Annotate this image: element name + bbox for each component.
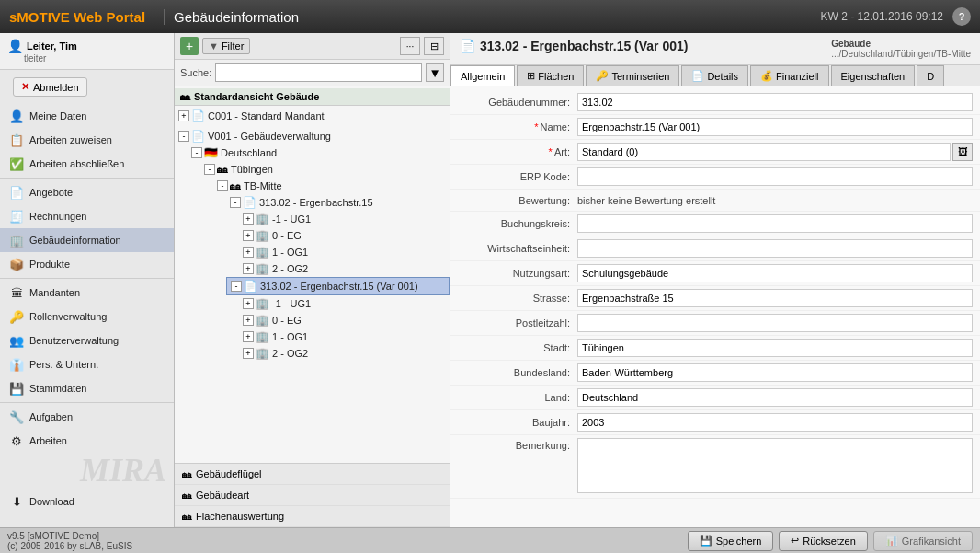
tree-add-button[interactable]: + [180, 37, 199, 55]
tab-allgemein[interactable]: Allgemein [450, 65, 515, 86]
form-row-nutzungsart: Nutzungsart: [450, 261, 980, 286]
detail-breadcrumb-area: Gebäude .../Deutschland/Tübingen/TB-Mitt… [831, 39, 971, 59]
bundesland-input[interactable] [577, 363, 973, 382]
nav-label-produkte: Produkte [29, 259, 70, 270]
tree-expander-ug1-2[interactable]: + [243, 298, 254, 309]
nav-item-arbeiten[interactable]: ⚙ Arbeiten [0, 429, 174, 453]
tree-row-og2-1[interactable]: + 🏢 2 - OG2 [239, 260, 450, 277]
search-dropdown-button[interactable]: ▼ [426, 63, 444, 82]
nav-item-produkte[interactable]: 📦 Produkte [0, 252, 174, 276]
tree-row-og1-1[interactable]: + 🏢 1 - OG1 [239, 244, 450, 260]
nav-item-pers-untern[interactable]: 👔 Pers. & Untern. [0, 352, 174, 376]
brand-text: MOTIVE Web Portal [17, 9, 145, 25]
bemerkung-textarea[interactable] [577, 438, 973, 493]
tree-row-31302-var001[interactable]: - 📄 313.02 - Ergenbachstr.15 (Var 001) [226, 277, 450, 295]
tree-expander-31302-var001[interactable]: - [231, 281, 242, 292]
detail-breadcrumb-path: .../Deutschland/Tübingen/TB-Mitte [831, 49, 971, 59]
tree-children-tuebingen: - 🏘 TB-Mitte - 📄 313.02 - Ergenbachstr.1… [200, 178, 450, 362]
erp-kode-input[interactable] [577, 167, 973, 186]
tree-expander-eg-1[interactable]: + [243, 230, 254, 241]
art-value: 🖼 [577, 143, 973, 161]
tree-bottom-item-flachenauswertung[interactable]: 🏘 Flächenauswertung [175, 506, 450, 527]
nav-divider-3 [0, 402, 174, 403]
tree-row-og2-2[interactable]: + 🏢 2 - OG2 [239, 345, 450, 362]
art-input[interactable] [577, 143, 951, 161]
tree-icon-eg-2: 🏢 [256, 314, 269, 327]
nav-item-gebaeudeinfo[interactable]: 🏢 Gebäudeinformation [0, 228, 174, 252]
tree-row-tuebingen[interactable]: - 🏘 Tübingen [200, 161, 450, 178]
tree-row-c001[interactable]: + 📄 C001 - Standard Mandant [175, 108, 450, 124]
tree-expander-eg-2[interactable]: + [243, 315, 254, 326]
tab-eigenschaften[interactable]: Eigenschaften [831, 65, 916, 86]
tree-expander-tuebingen[interactable]: - [204, 164, 215, 175]
nav-label-gebaeudeinfo: Gebäudeinformation [29, 235, 121, 246]
tree-expander-og2-2[interactable]: + [243, 348, 254, 359]
tree-row-ug1-1[interactable]: + 🏢 -1 - UG1 [239, 211, 450, 227]
tree-row-v001[interactable]: - 📄 V001 - Gebäudeverwaltung [175, 128, 450, 144]
tab-details[interactable]: 📄 Details [681, 65, 748, 86]
nav-item-mandanten[interactable]: 🏛 Mandanten [0, 281, 174, 305]
buchungskreis-input[interactable] [577, 214, 973, 233]
tree-row-deutschland[interactable]: - 🇩🇪 Deutschland [188, 144, 450, 161]
baujahr-input[interactable] [577, 413, 973, 432]
postleitzahl-input[interactable] [577, 314, 973, 332]
graph-button[interactable]: 📊 Grafikansicht [873, 531, 973, 551]
nav-item-meine-daten[interactable]: 👤 Meine Daten [0, 104, 174, 128]
flachenauswertung-label: Flächenauswertung [196, 511, 284, 522]
tree-expander-og2-1[interactable]: + [243, 263, 254, 274]
reset-button[interactable]: ↩ Rücksetzen [779, 531, 867, 551]
nav-item-arbeiten-abschliessen[interactable]: ✅ Arbeiten abschließen [0, 152, 174, 176]
toolbar-filter-icon-button[interactable]: ⊟ [424, 37, 444, 55]
nav-item-aufgaben[interactable]: 🔧 Aufgaben [0, 405, 174, 429]
tab-d[interactable]: D [917, 65, 944, 86]
tab-flachen[interactable]: ⊞ Flächen [517, 65, 584, 86]
tree-expander-c001[interactable]: + [178, 110, 189, 121]
tree-row-eg-2[interactable]: + 🏢 0 - EG [239, 312, 450, 328]
tree-expander-v001[interactable]: - [178, 131, 189, 142]
tree-expander-og1-1[interactable]: + [243, 247, 254, 258]
tree-row-tb-mitte[interactable]: - 🏘 TB-Mitte [213, 178, 450, 194]
nav-item-download[interactable]: ⬇ Download [0, 490, 174, 513]
nutzungsart-label: Nutzungsart: [458, 268, 577, 279]
nav-item-benutzerverwaltung[interactable]: 👥 Benutzerverwaltung [0, 328, 174, 352]
form-row-bemerkung: Bemerkung: [450, 435, 980, 499]
tree-expander-ug1-1[interactable]: + [243, 213, 254, 225]
nav-item-rollenverwaltung[interactable]: 🔑 Rollenverwaltung [0, 305, 174, 328]
nav-item-stammdaten[interactable]: 💾 Stammdaten [0, 376, 174, 400]
tree-label-31302-var001: 313.02 - Ergenbachstr.15 (Var 001) [260, 281, 418, 292]
search-input[interactable] [215, 63, 422, 82]
wirtschaftseinheit-input[interactable] [577, 239, 973, 258]
buchungskreis-value [577, 214, 973, 233]
tree-icon-31302-var001: 📄 [244, 280, 257, 293]
save-button[interactable]: 💾 Speichern [688, 531, 774, 551]
tree-row-og1-2[interactable]: + 🏢 1 - OG1 [239, 328, 450, 345]
gebaudenummer-input[interactable] [577, 93, 973, 111]
nav-item-angebote[interactable]: 📄 Angebote [0, 180, 174, 204]
tree-bottom-item-gebaudefluegel[interactable]: 🏘 Gebäudeflügel [175, 464, 450, 485]
abmelden-button[interactable]: ✕ Abmelden [13, 77, 87, 97]
nav-item-rechnungen[interactable]: 🧾 Rechnungen [0, 204, 174, 228]
nutzungsart-input[interactable] [577, 264, 973, 282]
nav-item-arbeiten-zuweisen[interactable]: 📋 Arbeiten zuweisen [0, 128, 174, 152]
form-row-erp-kode: ERP Kode: [450, 165, 980, 190]
tree-expander-og1-2[interactable]: + [243, 331, 254, 342]
filter-button[interactable]: ▼ Filter [202, 38, 250, 54]
art-browse-button[interactable]: 🖼 [952, 143, 973, 161]
tree-row-31302[interactable]: - 📄 313.02 - Ergenbachstr.15 [226, 194, 450, 211]
name-input[interactable] [577, 118, 973, 136]
tab-finanziell[interactable]: 💰 Finanziell [750, 65, 828, 86]
land-input[interactable] [577, 388, 973, 407]
gebaeudeinfo-icon: 🏢 [9, 233, 24, 248]
toolbar-extra-button[interactable]: ··· [400, 37, 420, 55]
tree-row-eg-1[interactable]: + 🏢 0 - EG [239, 227, 450, 244]
tab-terminserien[interactable]: 🔑 Terminserien [586, 65, 679, 86]
tree-bottom-item-gebaudeart[interactable]: 🏘 Gebäudeart [175, 485, 450, 506]
tree-expander-31302[interactable]: - [230, 197, 241, 208]
strasse-input[interactable] [577, 289, 973, 307]
tree-expander-deutschland[interactable]: - [191, 147, 202, 158]
stadt-input[interactable] [577, 339, 973, 357]
abmelden-x-icon: ✕ [21, 81, 29, 93]
tree-row-ug1-2[interactable]: + 🏢 -1 - UG1 [239, 295, 450, 312]
help-button[interactable]: ? [952, 7, 971, 26]
tree-expander-tb-mitte[interactable]: - [217, 180, 228, 191]
